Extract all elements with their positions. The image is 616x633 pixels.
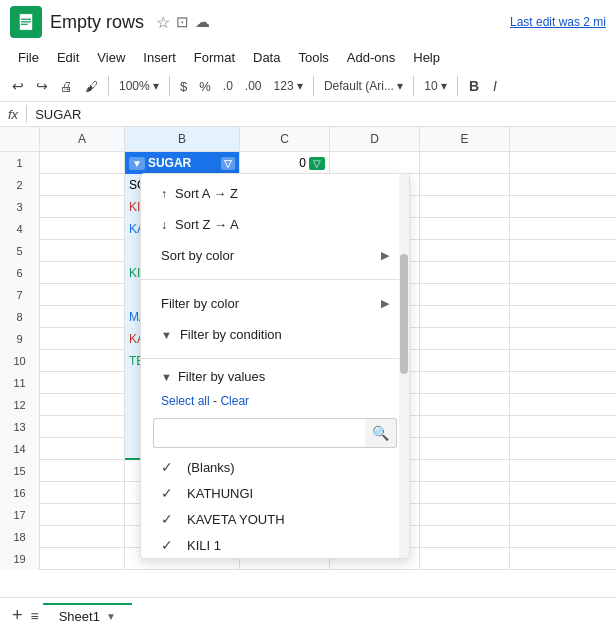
- filter-by-values-expand[interactable]: ▼: [161, 371, 172, 383]
- filter-icon-b[interactable]: ▼: [129, 157, 145, 170]
- star-icon[interactable]: ☆: [156, 13, 170, 32]
- cell-1d[interactable]: [330, 152, 420, 174]
- checkbox-kaveta-youth[interactable]: ✓ KAVETA YOUTH: [141, 506, 409, 532]
- sort-by-color-option[interactable]: Sort by color ▶: [141, 240, 409, 271]
- cell-9e[interactable]: [420, 328, 510, 350]
- paint-format-button[interactable]: 🖌: [81, 76, 102, 97]
- cell-3e[interactable]: [420, 196, 510, 218]
- menu-format[interactable]: Format: [186, 46, 243, 69]
- row-num-18[interactable]: 18: [0, 526, 40, 548]
- cell-1b[interactable]: ▼ SUGAR ▽: [125, 152, 240, 174]
- row-num-12[interactable]: 12: [0, 394, 40, 416]
- cell-7e[interactable]: [420, 284, 510, 306]
- dropdown-scrollbar[interactable]: [399, 174, 409, 558]
- row-num-5[interactable]: 5: [0, 240, 40, 262]
- dec-decimals-button[interactable]: .0: [219, 76, 237, 96]
- redo-button[interactable]: ↪: [32, 75, 52, 97]
- cell-8e[interactable]: [420, 306, 510, 328]
- row-num-14[interactable]: 14: [0, 438, 40, 460]
- font-size-field[interactable]: 10 ▾: [420, 76, 451, 96]
- cell-6a[interactable]: [40, 262, 125, 284]
- menu-addons[interactable]: Add-ons: [339, 46, 403, 69]
- row-num-9[interactable]: 9: [0, 328, 40, 350]
- percent-button[interactable]: %: [195, 76, 215, 97]
- row-num-17[interactable]: 17: [0, 504, 40, 526]
- row-num-1[interactable]: 1: [0, 152, 40, 174]
- menu-edit[interactable]: Edit: [49, 46, 87, 69]
- sort-az-option[interactable]: ↑ Sort A → Z: [141, 178, 409, 209]
- sheet-tab-sheet1[interactable]: Sheet1 ▼: [43, 603, 132, 628]
- cell-4a[interactable]: [40, 218, 125, 240]
- cell-1c[interactable]: 0 ▽: [240, 152, 330, 174]
- add-sheet-button[interactable]: +: [8, 601, 27, 630]
- filter-search-button[interactable]: 🔍: [365, 418, 397, 448]
- cell-8a[interactable]: [40, 306, 125, 328]
- title-bar: Empty rows ☆ ⊡ ☁ Last edit was 2 mi: [0, 0, 616, 44]
- more-formats-button[interactable]: 123 ▾: [270, 76, 307, 96]
- checkbox-kili1[interactable]: ✓ KILI 1: [141, 532, 409, 558]
- cell-2a[interactable]: [40, 174, 125, 196]
- row-num-6[interactable]: 6: [0, 262, 40, 284]
- sort-az-icon: ↑: [161, 187, 167, 201]
- row-num-11[interactable]: 11: [0, 372, 40, 394]
- menu-insert[interactable]: Insert: [135, 46, 184, 69]
- formula-content[interactable]: SUGAR: [35, 107, 81, 122]
- menu-view[interactable]: View: [89, 46, 133, 69]
- cell-2e[interactable]: [420, 174, 510, 196]
- cell-1e[interactable]: [420, 152, 510, 174]
- row-num-13[interactable]: 13: [0, 416, 40, 438]
- filter-icon-c[interactable]: ▽: [309, 157, 325, 170]
- font-dropdown[interactable]: Default (Ari... ▾: [320, 76, 407, 96]
- drive-icon[interactable]: ⊡: [176, 13, 189, 31]
- cell-4e[interactable]: [420, 218, 510, 240]
- row-num-7[interactable]: 7: [0, 284, 40, 306]
- sheet-list-button[interactable]: ≡: [27, 604, 43, 628]
- row-num-8[interactable]: 8: [0, 306, 40, 328]
- menu-help[interactable]: Help: [405, 46, 448, 69]
- menu-file[interactable]: File: [10, 46, 47, 69]
- sort-za-option[interactable]: ↓ Sort Z → A: [141, 209, 409, 240]
- italic-button[interactable]: I: [488, 76, 502, 96]
- cell-10e[interactable]: [420, 350, 510, 372]
- print-button[interactable]: 🖨: [56, 76, 77, 97]
- row-num-15[interactable]: 15: [0, 460, 40, 482]
- cell-10a[interactable]: [40, 350, 125, 372]
- currency-button[interactable]: $: [176, 76, 191, 97]
- row-num-4[interactable]: 4: [0, 218, 40, 240]
- row-num-16[interactable]: 16: [0, 482, 40, 504]
- cell-3a[interactable]: [40, 196, 125, 218]
- col-header-b[interactable]: B: [125, 127, 240, 151]
- zoom-dropdown[interactable]: 100% ▾: [115, 76, 163, 96]
- row-num-19[interactable]: 19: [0, 548, 40, 570]
- cell-5a[interactable]: [40, 240, 125, 262]
- filter-by-color-option[interactable]: Filter by color ▶: [141, 288, 409, 319]
- col-header-d[interactable]: D: [330, 127, 420, 151]
- col-header-c[interactable]: C: [240, 127, 330, 151]
- cell-9a[interactable]: [40, 328, 125, 350]
- sort-icon-b[interactable]: ▽: [221, 157, 235, 170]
- inc-decimals-button[interactable]: .00: [241, 76, 266, 96]
- select-all-link[interactable]: Select all: [161, 394, 210, 408]
- checkbox-kathungi[interactable]: ✓ KATHUNGI: [141, 480, 409, 506]
- cell-5e[interactable]: [420, 240, 510, 262]
- row-num-10[interactable]: 10: [0, 350, 40, 372]
- cell-6e[interactable]: [420, 262, 510, 284]
- menu-data[interactable]: Data: [245, 46, 288, 69]
- filter-by-condition-option[interactable]: ▼ Filter by condition: [141, 319, 409, 350]
- menu-tools[interactable]: Tools: [290, 46, 336, 69]
- bold-button[interactable]: B: [464, 76, 484, 96]
- col-header-a[interactable]: A: [40, 127, 125, 151]
- undo-button[interactable]: ↩: [8, 75, 28, 97]
- filter-search-input[interactable]: [153, 418, 365, 448]
- checkbox-blanks[interactable]: ✓ (Blanks): [141, 454, 409, 480]
- sort-za-icon: ↓: [161, 218, 167, 232]
- cell-1a[interactable]: [40, 152, 125, 174]
- scrollbar-thumb[interactable]: [400, 254, 408, 374]
- row-num-3[interactable]: 3: [0, 196, 40, 218]
- last-edit-link[interactable]: Last edit was 2 mi: [510, 15, 606, 29]
- row-num-2[interactable]: 2: [0, 174, 40, 196]
- clear-link[interactable]: Clear: [220, 394, 249, 408]
- cloud-icon[interactable]: ☁: [195, 13, 210, 31]
- col-header-e[interactable]: E: [420, 127, 510, 151]
- cell-7a[interactable]: [40, 284, 125, 306]
